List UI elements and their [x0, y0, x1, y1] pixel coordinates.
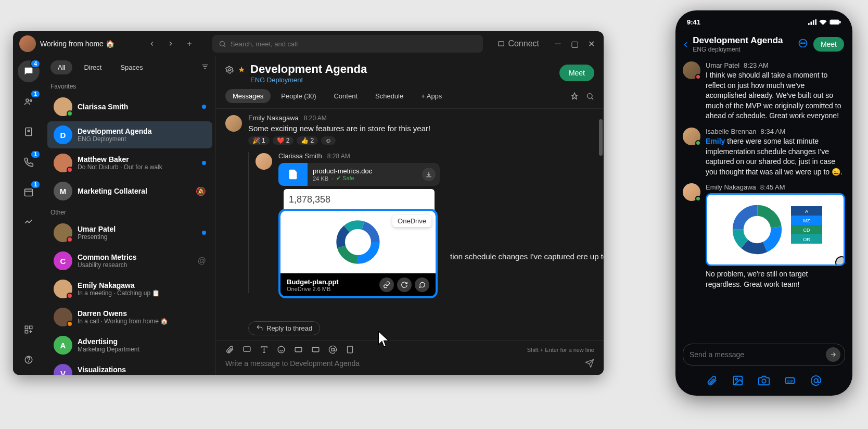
share-card[interactable]: OneDrive [278, 209, 438, 298]
attach-icon[interactable] [225, 345, 234, 354]
rail-calendar[interactable]: 1 [18, 181, 40, 203]
new-button[interactable] [181, 35, 198, 52]
gear-icon[interactable] [225, 66, 234, 74]
conversation-item[interactable]: V VisualizationsENG Deployment [47, 360, 212, 375]
donut-chart-icon [324, 216, 392, 268]
rail-help[interactable] [18, 349, 40, 371]
rail-calls[interactable]: 1 [18, 151, 40, 173]
rail-teams[interactable]: 1 [18, 91, 40, 112]
conversation-item[interactable]: Darren OwensIn a call · Working from hom… [47, 304, 212, 331]
connect-button[interactable]: Connect [497, 39, 539, 48]
download-button[interactable] [418, 163, 440, 186]
rail-chat[interactable]: 4 [18, 60, 40, 82]
presence-text[interactable]: Working from home 🏠 [40, 40, 114, 48]
donut-chart-icon [729, 201, 786, 258]
person-icon[interactable] [346, 345, 354, 354]
resize-handle[interactable] [835, 256, 845, 266]
conversation-item[interactable]: Matthew BakerDo Not Disturb · Out for a … [47, 149, 212, 176]
conversation-item[interactable]: C Common MetricsUsability research @ [47, 247, 212, 274]
svg-rect-35 [348, 346, 353, 353]
svg-rect-43 [831, 20, 839, 23]
tab-people[interactable]: People (30) [274, 89, 323, 103]
tab-all[interactable]: All [50, 60, 72, 74]
file-attachment[interactable]: product-metrics.doc 24 KB·✔ Safe [278, 163, 440, 186]
section-other: Other [44, 207, 215, 218]
back-button[interactable] [144, 35, 160, 52]
mobile-meet-button[interactable]: Meet [813, 37, 844, 52]
conversation-item[interactable]: Clarissa Smith [47, 93, 212, 120]
mobile-messages[interactable]: Umar Patel8:23 AM I think we should all … [675, 58, 852, 339]
reply-to-thread[interactable]: Reply to thread [248, 321, 320, 335]
meet-button[interactable]: Meet [559, 65, 594, 81]
pin-icon[interactable] [570, 92, 579, 100]
image-icon[interactable] [732, 375, 744, 386]
file-preview[interactable]: 1,878,358 OneDrive [278, 189, 440, 293]
rail-contacts[interactable] [18, 121, 40, 143]
avatar[interactable] [683, 128, 700, 145]
reaction[interactable]: 👍2 [297, 136, 318, 145]
tab-schedule[interactable]: Schedule [368, 89, 411, 103]
gif-icon[interactable] [294, 345, 303, 354]
conversation-item[interactable]: Umar PatelPresenting [47, 219, 212, 246]
author: Emily Nakagawa [706, 183, 756, 191]
tab-content[interactable]: Content [326, 89, 365, 103]
minimize-button[interactable]: ─ [552, 37, 564, 50]
avatar[interactable] [683, 183, 700, 201]
conversation-list[interactable]: Clarissa Smith D Development AgendaENG D… [44, 92, 215, 375]
conversation-item[interactable]: M Marketing Collateral 🔕 [47, 178, 212, 205]
conversation-item[interactable]: Emily NakagawaIn a meeting · Catching up… [47, 275, 212, 302]
svg-rect-33 [312, 347, 319, 352]
camera-icon[interactable] [758, 375, 770, 386]
gif-icon[interactable]: GIF [784, 375, 796, 386]
screen-icon[interactable] [242, 345, 251, 354]
send-icon[interactable] [585, 359, 594, 368]
tab-apps[interactable]: + Apps [414, 89, 449, 103]
format-icon[interactable] [260, 345, 269, 354]
share-comment-button[interactable] [415, 277, 429, 292]
back-button[interactable]: ‹ [684, 37, 687, 51]
scrollbar[interactable] [599, 119, 603, 156]
svg-rect-4 [499, 42, 504, 46]
mention-icon[interactable] [810, 375, 822, 386]
avatar[interactable] [225, 115, 242, 132]
forward-button[interactable] [162, 35, 179, 52]
mobile-send-button[interactable] [826, 347, 840, 362]
share-refresh-button[interactable] [397, 277, 412, 292]
conversation-sidebar: All Direct Spaces Favorites Clarissa Smi… [44, 56, 216, 375]
maximize-button[interactable]: ▢ [568, 37, 581, 50]
space-subtitle[interactable]: ENG Deployment [250, 76, 367, 84]
mobile-attachment[interactable]: A MZ CD OR [706, 193, 845, 266]
mention-icon[interactable] [328, 345, 337, 354]
rail-activity[interactable] [18, 211, 40, 233]
avatar[interactable] [256, 153, 272, 170]
mention[interactable]: Emily [706, 137, 725, 145]
svg-point-67 [814, 378, 818, 382]
attach-icon[interactable] [706, 375, 718, 386]
tab-direct[interactable]: Direct [76, 60, 109, 74]
user-avatar[interactable] [19, 35, 36, 52]
add-reaction[interactable]: ☺ [321, 136, 336, 145]
search-bar[interactable] [212, 35, 483, 53]
search-space-icon[interactable] [586, 92, 594, 100]
reaction[interactable]: ❤️2 [273, 136, 294, 145]
tab-spaces[interactable]: Spaces [113, 60, 150, 74]
conversation-item[interactable]: D Development AgendaENG Deployment [47, 121, 212, 148]
reaction[interactable]: 🎉1 [248, 136, 270, 145]
filter-button[interactable] [201, 62, 209, 73]
composer-input[interactable] [225, 356, 580, 371]
share-link-button[interactable] [379, 277, 394, 292]
legend-icon: A MZ CD OR [791, 206, 822, 253]
mobile-compose-input[interactable] [687, 348, 822, 361]
avatar[interactable] [683, 61, 700, 79]
tab-messages[interactable]: Messages [225, 89, 271, 103]
close-button[interactable]: ✕ [585, 37, 597, 50]
messages-scroll[interactable]: Emily Nakagawa 8:20 AM Some exciting new… [216, 109, 604, 340]
rail-apps[interactable] [18, 319, 40, 340]
more-button[interactable] [798, 38, 808, 51]
emoji-icon[interactable] [277, 345, 286, 354]
search-input[interactable] [231, 40, 477, 48]
star-icon[interactable]: ★ [238, 65, 245, 74]
markdown-icon[interactable] [311, 345, 320, 354]
conversation-item[interactable]: A AdvertisingMarketing Department [47, 332, 212, 359]
message-text: Some exciting new features are in store … [248, 123, 594, 134]
